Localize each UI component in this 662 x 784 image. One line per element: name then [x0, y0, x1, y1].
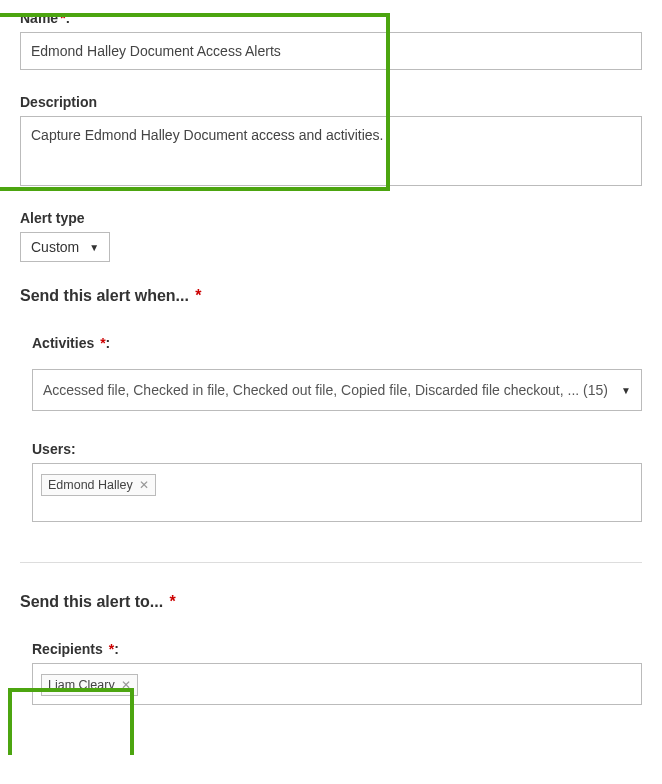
name-section: Name*: — [20, 10, 642, 70]
caret-down-icon: ▼ — [89, 242, 99, 253]
users-label: Users: — [32, 441, 642, 457]
users-input[interactable]: Edmond Halley ✕ — [32, 463, 642, 522]
recipients-section: Recipients *: Liam Cleary ✕ — [32, 641, 642, 705]
name-label: Name*: — [20, 10, 642, 26]
name-input[interactable] — [20, 32, 642, 70]
user-chip[interactable]: Edmond Halley ✕ — [41, 474, 156, 496]
send-when-heading: Send this alert when... * — [20, 287, 642, 305]
required-asterisk: * — [191, 287, 202, 304]
activities-label: Activities *: — [32, 335, 642, 351]
activities-summary: Accessed file, Checked in file, Checked … — [43, 382, 608, 398]
send-to-heading: Send this alert to... * — [20, 593, 642, 611]
section-separator — [20, 562, 642, 563]
required-asterisk: * — [96, 335, 105, 351]
alert-type-section: Alert type Custom ▼ — [20, 210, 642, 262]
description-label: Description — [20, 94, 642, 110]
recipient-chip-label: Liam Cleary — [48, 678, 115, 692]
alert-type-select[interactable]: Custom ▼ — [20, 232, 110, 262]
recipients-input[interactable]: Liam Cleary ✕ — [32, 663, 642, 705]
activities-section: Activities *: Accessed file, Checked in … — [32, 335, 642, 411]
alert-type-value: Custom — [31, 239, 79, 255]
required-asterisk: * — [105, 641, 114, 657]
required-asterisk: * — [165, 593, 176, 610]
description-section: Description Capture Edmond Halley Docume… — [20, 94, 642, 190]
description-input[interactable]: Capture Edmond Halley Document access an… — [20, 116, 642, 186]
users-section: Users: Edmond Halley ✕ — [32, 441, 642, 522]
recipients-label: Recipients *: — [32, 641, 642, 657]
recipient-chip[interactable]: Liam Cleary ✕ — [41, 674, 138, 696]
remove-chip-icon[interactable]: ✕ — [121, 679, 131, 691]
activities-dropdown[interactable]: Accessed file, Checked in file, Checked … — [32, 369, 642, 411]
user-chip-label: Edmond Halley — [48, 478, 133, 492]
caret-down-icon: ▼ — [621, 385, 631, 396]
remove-chip-icon[interactable]: ✕ — [139, 479, 149, 491]
alert-type-label: Alert type — [20, 210, 642, 226]
